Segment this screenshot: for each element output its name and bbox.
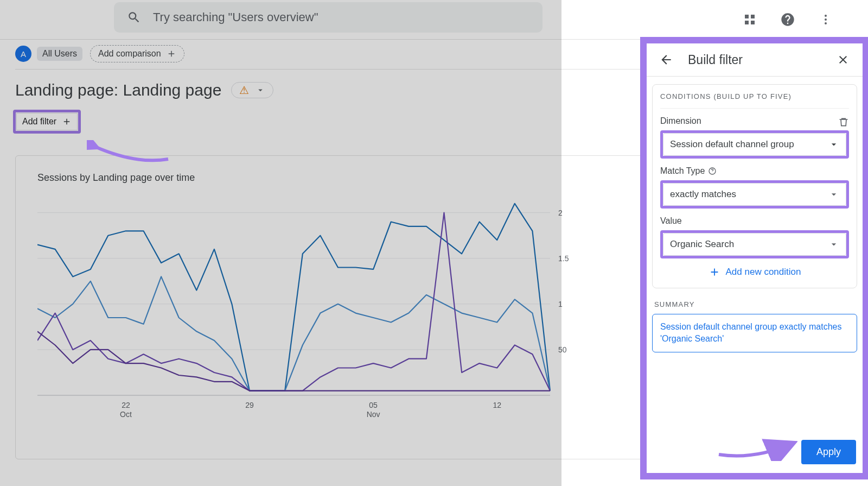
search-bar[interactable]: Try searching "Users overview" [114, 2, 542, 33]
apply-button[interactable]: Apply [801, 440, 856, 464]
svg-rect-1 [751, 15, 755, 18]
plus-icon [167, 49, 176, 59]
value-select[interactable]: Organic Search [663, 233, 846, 256]
add-new-condition-button[interactable]: Add new condition [660, 266, 849, 278]
svg-point-4 [825, 15, 827, 17]
add-new-condition-label: Add new condition [726, 267, 801, 277]
y-tick: 50 [558, 345, 567, 354]
value-value: Organic Search [670, 239, 734, 250]
back-arrow-icon[interactable] [656, 50, 676, 70]
add-filter-label: Add filter [22, 117, 56, 127]
svg-point-6 [825, 22, 827, 24]
x-tick: 05Nov [367, 401, 380, 419]
plus-icon [709, 266, 720, 278]
all-users-chip[interactable]: All Users [37, 47, 82, 61]
build-filter-panel: Build filter CONDITIONS (BUILD UP TO FIV… [640, 37, 868, 479]
svg-point-5 [825, 18, 827, 21]
plus-icon [62, 117, 72, 127]
dimension-value: Session default channel group [670, 139, 794, 150]
add-comparison-label: Add comparison [98, 49, 161, 59]
summary-header: SUMMARY [654, 300, 855, 308]
svg-rect-2 [745, 21, 749, 24]
match-type-value: exactly matches [670, 189, 736, 200]
y-tick: 2 [558, 209, 563, 217]
x-tick: 12 [493, 401, 501, 410]
data-quality-pill[interactable]: ⚠ [231, 82, 273, 98]
svg-rect-0 [745, 15, 749, 18]
conditions-header: CONDITIONS (BUILD UP TO FIVE) [660, 92, 849, 109]
line-chart: 5011.5222Oct2905Nov12 [37, 194, 561, 412]
search-icon [127, 10, 141, 24]
delete-condition-icon[interactable] [838, 117, 849, 130]
add-comparison-button[interactable]: Add comparison [90, 45, 184, 62]
more-vert-icon[interactable] [816, 10, 835, 29]
x-tick: 22Oct [120, 401, 132, 419]
caret-down-icon [828, 189, 839, 200]
add-filter-button[interactable]: Add filter [16, 113, 78, 130]
page-title: Landing page: Landing page [15, 81, 221, 99]
help-icon[interactable] [778, 10, 797, 29]
y-tick: 1 [558, 300, 563, 308]
dimension-label: Dimension [660, 116, 701, 126]
avatar[interactable]: A [15, 46, 31, 62]
match-type-label: Match Type [660, 166, 705, 176]
apps-icon[interactable] [740, 10, 760, 29]
value-label: Value [660, 216, 849, 226]
warning-icon: ⚠ [239, 85, 249, 96]
caret-down-icon [828, 239, 839, 250]
search-placeholder: Try searching "Users overview" [153, 10, 318, 24]
help-outline-icon[interactable] [708, 167, 717, 175]
y-tick: 1.5 [558, 254, 569, 263]
x-tick: 29 [245, 401, 254, 410]
summary-text: Session default channel group exactly ma… [652, 314, 857, 352]
panel-title: Build filter [688, 53, 821, 67]
caret-down-icon [256, 85, 265, 95]
dimension-select[interactable]: Session default channel group [663, 133, 846, 156]
close-icon[interactable] [833, 50, 853, 70]
svg-rect-3 [751, 21, 755, 24]
caret-down-icon [828, 139, 839, 150]
match-type-select[interactable]: exactly matches [663, 183, 846, 206]
